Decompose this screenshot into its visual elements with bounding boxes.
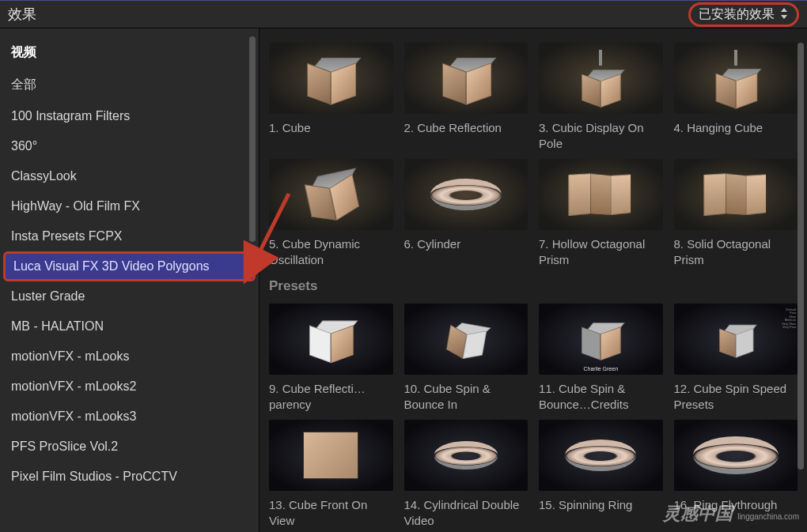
effect-label: 9. Cube Reflecti…parency xyxy=(269,381,393,412)
preset-cube-spin-credits[interactable]: Charlie Green 11. Cube Spin & Bounce…Cre… xyxy=(539,304,663,412)
effect-label: 11. Cube Spin & Bounce…Credits xyxy=(539,381,663,412)
installed-effects-dropdown[interactable]: 已安装的效果 xyxy=(688,2,799,27)
sidebar-item-360[interactable]: 360° xyxy=(0,131,259,161)
effect-cylinder[interactable]: 6. Cylinder xyxy=(404,159,529,267)
effect-label: 2. Cube Reflection xyxy=(404,120,529,150)
thumbnail xyxy=(269,159,393,230)
content-scrollbar[interactable] xyxy=(798,43,804,470)
sidebar-item-classylook[interactable]: ClassyLook xyxy=(0,161,259,191)
thumbnail xyxy=(539,159,663,230)
thumbnail xyxy=(269,304,393,375)
sidebar-item-instagram[interactable]: 100 Instagram Filters xyxy=(0,101,259,131)
thumbnail xyxy=(269,43,393,114)
effect-label: 7. Hollow Octagonal Prism xyxy=(539,236,663,267)
sidebar-heading-video: 视频 xyxy=(0,36,259,69)
effect-label: 14. Cylindrical Double Video xyxy=(404,497,529,528)
credit-text: Charlie Green xyxy=(583,366,618,372)
sidebar-item-halation[interactable]: MB - HALATION xyxy=(0,311,259,341)
sidebar-item-proslice[interactable]: PFS ProSlice Vol.2 xyxy=(0,432,259,462)
effect-label: 4. Hanging Cube xyxy=(674,120,798,150)
thumbnail xyxy=(539,43,663,114)
effect-label: 16. Ring Flythrough xyxy=(674,497,798,527)
preset-cube-front-view[interactable]: 13. Cube Front On View xyxy=(269,420,393,528)
thumbnail xyxy=(539,420,663,491)
thumbnail: DefaultFastSlowMediumVery SlowVery Fast xyxy=(674,304,798,375)
effects-sidebar: 视频 全部 100 Instagram Filters 360° ClassyL… xyxy=(0,28,260,532)
sidebar-item-luca-3d-polygons[interactable]: Luca Visual FX 3D Video Polygons xyxy=(3,251,256,281)
effect-hanging-cube[interactable]: 4. Hanging Cube xyxy=(674,43,798,151)
thumbnail xyxy=(674,159,798,230)
thumbnail xyxy=(404,159,529,230)
sidebar-item-mlooks[interactable]: motionVFX - mLooks xyxy=(0,341,259,372)
effect-cube-reflection[interactable]: 2. Cube Reflection xyxy=(404,43,529,151)
dropdown-label: 已安装的效果 xyxy=(699,6,775,23)
sidebar-item-all[interactable]: 全部 xyxy=(0,69,259,101)
sidebar-item-mlooks3[interactable]: motionVFX - mLooks3 xyxy=(0,402,259,432)
thumbnail xyxy=(674,43,798,114)
chevron-updown-icon xyxy=(779,8,789,21)
sidebar-scrollbar[interactable] xyxy=(249,36,256,242)
preset-cylindrical-double[interactable]: 14. Cylindrical Double Video xyxy=(404,420,529,528)
thumbnail xyxy=(269,420,393,491)
effect-solid-prism[interactable]: 8. Solid Octagonal Prism xyxy=(674,159,798,267)
effect-label: 1. Cube xyxy=(269,120,393,150)
effect-label: 3. Cubic Display On Pole xyxy=(539,120,663,151)
header-bar: 效果 已安装的效果 xyxy=(0,0,807,28)
preset-ring-flythrough[interactable]: 16. Ring Flythrough xyxy=(674,420,798,528)
effect-label: 12. Cube Spin Speed Presets xyxy=(674,381,798,412)
effect-label: 13. Cube Front On View xyxy=(269,497,393,528)
effect-label: 15. Spinning Ring xyxy=(539,497,663,527)
effect-cube-dynamic[interactable]: 5. Cube Dynamic Oscillation xyxy=(269,159,393,267)
thumbnail xyxy=(404,43,529,114)
preset-spinning-ring[interactable]: 15. Spinning Ring xyxy=(539,420,663,528)
sidebar-item-procctv[interactable]: Pixel Film Studios - ProCCTV xyxy=(0,462,259,492)
effect-cube[interactable]: 1. Cube xyxy=(269,43,393,151)
thumbnail xyxy=(404,420,529,491)
main-area: 视频 全部 100 Instagram Filters 360° ClassyL… xyxy=(0,28,807,532)
presets-section-title: Presets xyxy=(269,275,798,296)
effects-grid-panel: 1. Cube 2. Cube Reflection 3. Cubic Disp… xyxy=(260,28,807,532)
sidebar-item-mlooks2[interactable]: motionVFX - mLooks2 xyxy=(0,372,259,402)
thumbnail xyxy=(674,420,798,491)
sidebar-item-highway[interactable]: HighWay - Old Film FX xyxy=(0,191,259,221)
effect-label: 6. Cylinder xyxy=(404,236,529,266)
thumbnail xyxy=(404,304,529,375)
effect-label: 10. Cube Spin & Bounce In xyxy=(404,381,529,412)
speed-list-icon: DefaultFastSlowMediumVery SlowVery Fast xyxy=(782,308,796,329)
sidebar-item-insta[interactable]: Insta Presets FCPX xyxy=(0,221,259,251)
header-title: 效果 xyxy=(8,5,36,24)
preset-cube-spin-bounce[interactable]: 10. Cube Spin & Bounce In xyxy=(404,304,529,412)
sidebar-item-luster[interactable]: Luster Grade xyxy=(0,281,259,311)
effect-label: 5. Cube Dynamic Oscillation xyxy=(269,236,393,267)
preset-cube-reflection-transparency[interactable]: 9. Cube Reflecti…parency xyxy=(269,304,393,412)
effect-hollow-prism[interactable]: 7. Hollow Octagonal Prism xyxy=(539,159,663,267)
effect-cubic-display-pole[interactable]: 3. Cubic Display On Pole xyxy=(539,43,663,151)
thumbnail: Charlie Green xyxy=(539,304,663,375)
effect-label: 8. Solid Octagonal Prism xyxy=(674,236,798,267)
preset-cube-spin-speed[interactable]: DefaultFastSlowMediumVery SlowVery Fast … xyxy=(674,304,798,412)
